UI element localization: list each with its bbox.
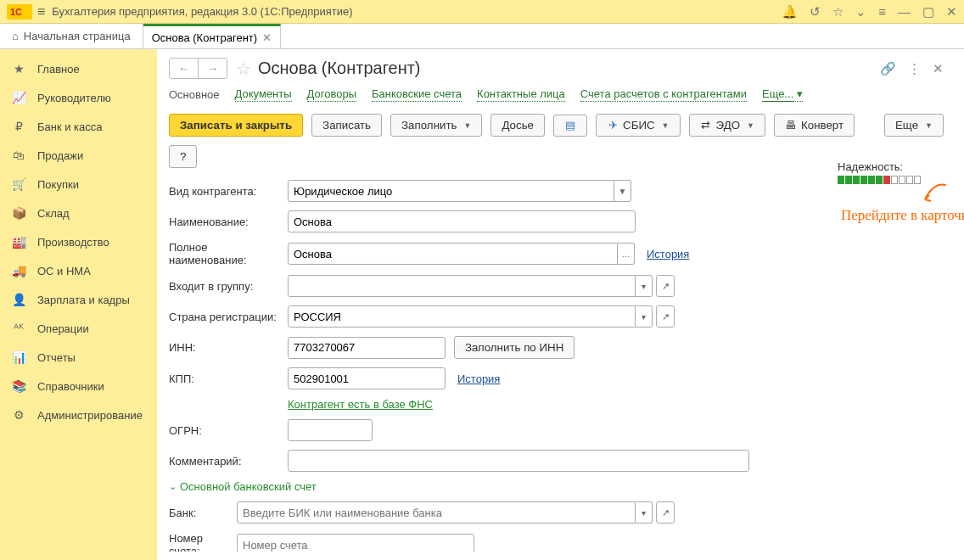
subnav-bank[interactable]: Банковские счета	[372, 87, 462, 102]
sidebar-item-label: Администрирование	[37, 409, 143, 422]
sub-nav: Основное Документы Договоры Банковские с…	[169, 87, 944, 102]
chevron-down-icon: ⌄	[169, 481, 177, 492]
subnav-accounts[interactable]: Счета расчетов с контрагентами	[580, 87, 747, 102]
sidebar-item-label: Зарплата и кадры	[37, 294, 130, 306]
name-input[interactable]	[288, 210, 636, 232]
maximize-icon[interactable]: ▢	[922, 4, 934, 20]
sidebar-item-bank[interactable]: ₽Банк и касса	[0, 112, 157, 141]
open-bank-button[interactable]: ↗	[656, 501, 675, 524]
bank-input[interactable]	[237, 501, 636, 524]
ellipsis-icon[interactable]: …	[618, 243, 635, 265]
sidebar-item-label: ОС и НМА	[37, 265, 91, 277]
gear-icon: ⚙	[12, 408, 25, 422]
svg-text:1С: 1С	[10, 7, 22, 17]
sidebar-item-operations[interactable]: ᴬᴷОперации	[0, 314, 157, 343]
subnav-more[interactable]: Еще... ▾	[762, 87, 803, 102]
nav-back-forward: ← →	[169, 58, 227, 79]
tab-active[interactable]: Основа (Контрагент) ✕	[143, 24, 282, 48]
chevron-down-icon[interactable]: ▼	[614, 180, 631, 202]
minimize-icon[interactable]: —	[898, 4, 911, 19]
close-icon[interactable]: ✕	[946, 4, 957, 20]
sidebar-item-sales[interactable]: 🛍Продажи	[0, 141, 157, 170]
more-button[interactable]: Еще▼	[884, 114, 944, 137]
account-input[interactable]	[237, 534, 474, 552]
sbis-button[interactable]: ✈СБИС▼	[596, 114, 681, 137]
save-and-close-button[interactable]: Записать и закрыть	[169, 114, 303, 137]
save-button[interactable]: Записать	[311, 114, 382, 137]
history-link[interactable]: История	[647, 248, 689, 260]
subnav-contracts[interactable]: Договоры	[307, 87, 356, 102]
favorite-icon[interactable]: ☆	[236, 59, 251, 79]
sidebar-item-reports[interactable]: 📊Отчеты	[0, 343, 157, 372]
tab-active-label: Основа (Контрагент)	[152, 31, 258, 44]
bank-section-toggle[interactable]: ⌄Основной банковский счет	[169, 480, 944, 493]
name-label: Наименование:	[169, 216, 288, 228]
star-icon[interactable]: ☆	[832, 4, 844, 20]
chevron-down-icon: ▼	[747, 121, 754, 130]
open-country-button[interactable]: ↗	[656, 305, 675, 328]
country-select[interactable]	[288, 305, 636, 328]
fullname-input[interactable]	[288, 243, 618, 265]
bag-icon: 🛍	[12, 148, 25, 162]
sidebar-item-main[interactable]: ★Главное	[0, 54, 157, 83]
close-panel-icon[interactable]: ✕	[933, 61, 944, 76]
list-icon-button[interactable]: ▤	[553, 115, 587, 137]
group-select[interactable]	[288, 275, 636, 297]
dropdown-icon[interactable]: ⌄	[855, 4, 866, 20]
ogrn-label: ОГРН:	[169, 424, 288, 437]
kpp-input[interactable]	[288, 367, 446, 389]
back-button[interactable]: ←	[170, 59, 199, 78]
subnav-contacts[interactable]: Контактные лица	[477, 87, 565, 102]
kpp-history-link[interactable]: История	[457, 372, 500, 385]
bell-icon[interactable]: 🔔	[782, 4, 798, 20]
chevron-down-icon[interactable]: ▾	[636, 275, 653, 297]
sidebar-item-warehouse[interactable]: 📦Склад	[0, 199, 157, 227]
dossier-button[interactable]: Досье	[490, 114, 545, 137]
fill-button[interactable]: Заполнить▼	[390, 114, 482, 137]
history-icon[interactable]: ↺	[810, 4, 821, 20]
chevron-down-icon[interactable]: ▾	[636, 305, 653, 328]
type-select[interactable]	[288, 180, 614, 202]
fill-by-inn-button[interactable]: Заполнить по ИНН	[454, 336, 574, 359]
fns-link[interactable]: Контрагент есть в базе ФНС	[288, 398, 433, 411]
convert-button[interactable]: 🖶Конверт	[774, 114, 855, 137]
content-area: ← → ☆ Основа (Контрагент) 🔗 ⋮ ✕ Основное…	[157, 49, 964, 560]
bank-section-label: Основной банковский счет	[180, 480, 317, 493]
ruble-icon: ₽	[12, 120, 25, 133]
help-button[interactable]: ?	[169, 145, 197, 168]
tab-close-icon[interactable]: ✕	[262, 31, 272, 44]
subnav-main[interactable]: Основное	[169, 88, 220, 102]
reliability-label: Надежность:	[838, 160, 921, 173]
comment-input[interactable]	[288, 450, 749, 472]
chevron-down-icon[interactable]: ▾	[636, 501, 653, 524]
tab-home[interactable]: ⌂ Начальная страница	[0, 24, 143, 48]
sidebar-item-admin[interactable]: ⚙Администрирование	[0, 400, 157, 429]
sidebar-item-directories[interactable]: 📚Справочники	[0, 372, 157, 400]
edo-button[interactable]: ⇄ЭДО▼	[689, 114, 765, 137]
menu-lines-icon[interactable]: ≡	[878, 4, 886, 19]
forward-button[interactable]: →	[199, 59, 227, 78]
subnav-more-label: Еще...	[762, 87, 793, 102]
open-group-button[interactable]: ↗	[656, 275, 675, 297]
sidebar-item-manager[interactable]: 📈Руководителю	[0, 83, 157, 112]
sidebar-item-purchases[interactable]: 🛒Покупки	[0, 170, 157, 199]
star-icon: ★	[12, 62, 25, 76]
sidebar-item-salary[interactable]: 👤Зарплата и кадры	[0, 285, 157, 314]
subnav-docs[interactable]: Документы	[235, 87, 292, 102]
sidebar-item-production[interactable]: 🏭Производство	[0, 227, 157, 256]
truck-icon: 🚚	[12, 264, 25, 277]
convert-label: Конверт	[801, 119, 844, 132]
hamburger-icon[interactable]: ≡	[37, 4, 45, 20]
kebab-icon[interactable]: ⋮	[908, 61, 921, 76]
reliability-widget: Надежность:	[838, 160, 921, 184]
box-icon: 📦	[12, 206, 25, 220]
sidebar-item-assets[interactable]: 🚚ОС и НМА	[0, 256, 157, 285]
inn-input[interactable]	[288, 337, 446, 359]
sbis-label: СБИС	[623, 119, 655, 132]
inn-label: ИНН:	[169, 341, 288, 354]
bars-icon: 📊	[12, 350, 25, 364]
chevron-down-icon: ▼	[662, 121, 670, 130]
link-icon[interactable]: 🔗	[880, 61, 896, 76]
reliability-bars[interactable]	[838, 176, 921, 184]
ogrn-input[interactable]	[288, 419, 373, 441]
